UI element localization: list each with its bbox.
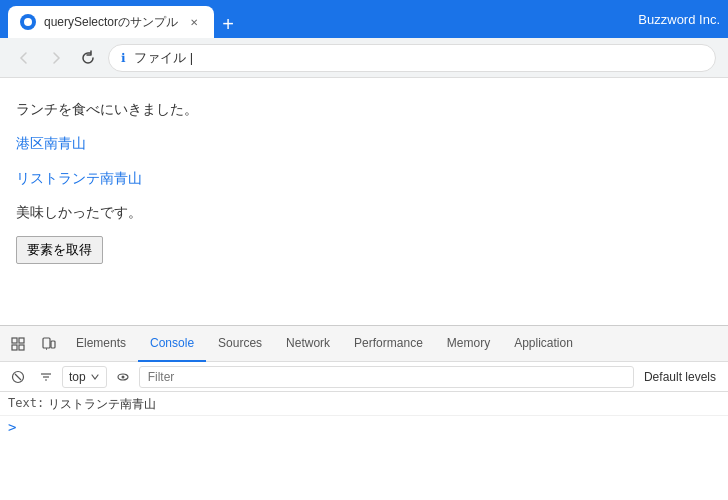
- svg-rect-3: [19, 345, 24, 350]
- execution-context-value: top: [69, 370, 86, 384]
- new-tab-button[interactable]: +: [214, 10, 242, 38]
- svg-rect-4: [43, 338, 50, 348]
- devtools-tabs-bar: Elements Console Sources Network Perform…: [0, 326, 728, 362]
- default-levels-label[interactable]: Default levels: [638, 370, 722, 384]
- tab-elements[interactable]: Elements: [64, 326, 138, 362]
- tab-network[interactable]: Network: [274, 326, 342, 362]
- active-tab[interactable]: querySelectorのサンプル ✕: [8, 6, 214, 38]
- console-line-value: リストランテ南青山: [48, 396, 156, 413]
- svg-rect-5: [51, 341, 55, 348]
- svg-rect-0: [12, 338, 17, 343]
- svg-rect-1: [19, 338, 24, 343]
- tab-close-button[interactable]: ✕: [186, 14, 202, 30]
- filter-input[interactable]: [139, 366, 634, 388]
- console-line-label: Text:: [8, 396, 44, 410]
- devtools-toolbar: top Default levels: [0, 362, 728, 392]
- back-button[interactable]: [12, 46, 36, 70]
- page-content: ランチを食べにいきました。 港区南青山 リストランテ南青山 美味しかったです。 …: [0, 78, 728, 325]
- svg-rect-2: [12, 345, 17, 350]
- page-line3: リストランテ南青山: [16, 167, 712, 189]
- filter-toggle-button[interactable]: [34, 365, 58, 389]
- tab-performance[interactable]: Performance: [342, 326, 435, 362]
- execution-context-select[interactable]: top: [62, 366, 107, 388]
- inspect-element-button[interactable]: [4, 330, 32, 358]
- tab-application[interactable]: Application: [502, 326, 585, 362]
- tab-console[interactable]: Console: [138, 326, 206, 362]
- reload-button[interactable]: [76, 46, 100, 70]
- get-element-button[interactable]: 要素を取得: [16, 236, 103, 264]
- tab-sources[interactable]: Sources: [206, 326, 274, 362]
- page-line2: 港区南青山: [16, 132, 712, 154]
- console-prompt[interactable]: >: [0, 416, 728, 438]
- security-icon: ℹ: [121, 51, 126, 65]
- page-line1: ランチを食べにいきました。: [16, 98, 712, 120]
- devtools-panel: Elements Console Sources Network Perform…: [0, 325, 728, 500]
- forward-button[interactable]: [44, 46, 68, 70]
- address-text: ファイル |: [134, 49, 193, 67]
- browser-chrome: querySelectorのサンプル ✕ + Buzzword Inc.: [0, 0, 728, 38]
- clear-console-button[interactable]: [6, 365, 30, 389]
- console-line: Text: リストランテ南青山: [0, 394, 728, 416]
- tab-title: querySelectorのサンプル: [44, 14, 178, 31]
- page-link-ristorante[interactable]: リストランテ南青山: [16, 170, 142, 186]
- eye-button[interactable]: [111, 365, 135, 389]
- tab-favicon: [20, 14, 36, 30]
- address-input[interactable]: ℹ ファイル |: [108, 44, 716, 72]
- tab-bar: querySelectorのサンプル ✕ +: [8, 0, 630, 38]
- device-toolbar-button[interactable]: [34, 330, 62, 358]
- svg-point-13: [121, 375, 124, 378]
- tab-memory[interactable]: Memory: [435, 326, 502, 362]
- page-link-minato[interactable]: 港区南青山: [16, 135, 86, 151]
- svg-line-8: [15, 374, 21, 380]
- brand-label: Buzzword Inc.: [638, 12, 720, 27]
- page-line4: 美味しかったです。: [16, 201, 712, 223]
- address-bar: ℹ ファイル |: [0, 38, 728, 78]
- console-output: Text: リストランテ南青山 >: [0, 392, 728, 500]
